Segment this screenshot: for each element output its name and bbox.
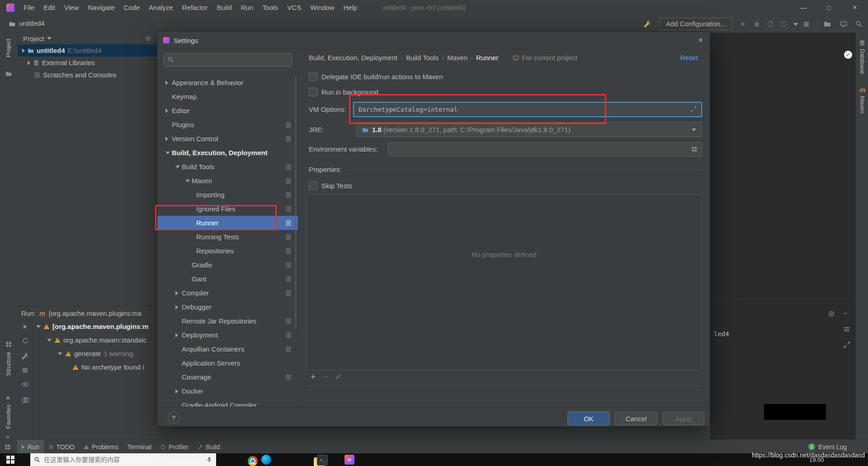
- run-console[interactable]: − led4: [710, 299, 855, 440]
- star-icon[interactable]: ★: [5, 395, 11, 401]
- tree-scrollbar[interactable]: [295, 76, 297, 329]
- settings-tree-item-deployment[interactable]: Deployment: [157, 328, 298, 342]
- settings-tree-item-gant[interactable]: Gant: [157, 272, 298, 286]
- menu-code[interactable]: Code: [119, 0, 144, 15]
- delegate-checkbox-row[interactable]: Delegate IDE build/run actions to Maven: [309, 72, 443, 81]
- jre-combobox[interactable]: 1.8 (version 1.8.0_271, path: C:/Program…: [356, 122, 702, 137]
- toolwindow-switcher-icon[interactable]: [5, 444, 11, 450]
- ok-button[interactable]: OK: [568, 412, 609, 425]
- settings-tree-item-running-tests[interactable]: Running Tests: [157, 230, 298, 244]
- search-everywhere-icon[interactable]: [855, 20, 863, 28]
- run-tree-row[interactable]: org.apache.maven:standalc: [47, 336, 146, 344]
- menu-view[interactable]: View: [60, 0, 83, 15]
- settings-tree-item-appearance[interactable]: Appearance & Behavior: [157, 76, 298, 90]
- chevron-down-icon[interactable]: [47, 37, 52, 40]
- settings-tree-item-version-control[interactable]: Version Control: [157, 132, 298, 146]
- statusbar-tab-profiler[interactable]: Profiler: [156, 440, 193, 454]
- edge-icon[interactable]: [261, 455, 271, 465]
- menu-navigate[interactable]: Navigate: [83, 0, 119, 15]
- toolwindow-tab-project[interactable]: Project: [5, 39, 12, 57]
- coverage-button-icon[interactable]: [767, 20, 774, 28]
- menu-window[interactable]: Window: [306, 0, 339, 15]
- browse-icon[interactable]: [691, 146, 698, 152]
- soft-wrap-icon[interactable]: [843, 326, 850, 333]
- settings-tree-item-repositories[interactable]: Repositories: [157, 244, 298, 258]
- run-config-dropdown-icon[interactable]: [793, 23, 798, 26]
- edit-icon[interactable]: [335, 374, 341, 380]
- settings-tree-item-gradle-android-compiler[interactable]: Gradle-Android Compiler: [157, 398, 298, 407]
- settings-tree-item-coverage[interactable]: Coverage: [157, 370, 298, 384]
- settings-tree-item-maven[interactable]: Maven: [157, 174, 298, 188]
- settings-dialog-header[interactable]: Settings ×: [157, 32, 710, 49]
- project-root-row[interactable]: untitled4 E:\untitled4: [18, 44, 157, 57]
- statusbar-tab-build[interactable]: Build: [193, 440, 224, 454]
- profiler-button-icon[interactable]: [780, 20, 788, 28]
- menu-file[interactable]: File: [19, 0, 39, 15]
- run-tree-row[interactable]: generate 1 warning: [58, 350, 133, 357]
- settings-tree-item-arquillian-containers[interactable]: Arquillian Containers: [157, 342, 298, 356]
- run-tree-row[interactable]: [org.apache.maven.plugins:m: [36, 323, 149, 330]
- chrome-icon[interactable]: [248, 456, 258, 466]
- breadcrumb-item[interactable]: Build Tools: [406, 54, 439, 62]
- start-button[interactable]: [6, 456, 14, 464]
- help-button[interactable]: ?: [168, 412, 179, 423]
- expand-field-icon[interactable]: [690, 106, 697, 112]
- taskbar-search[interactable]: [30, 453, 216, 466]
- settings-tree-item-importing[interactable]: Importing: [157, 188, 298, 202]
- toolwindow-tab-maven[interactable]: Maven: [859, 96, 866, 114]
- settings-tree-item-debugger[interactable]: Debugger: [157, 300, 298, 314]
- chevron-down-icon[interactable]: [36, 325, 41, 328]
- chevron-down-icon[interactable]: [58, 352, 62, 355]
- settings-tree-item-plugins[interactable]: Plugins: [157, 118, 298, 132]
- folder-icon[interactable]: [5, 71, 12, 77]
- eye-icon[interactable]: [22, 381, 29, 388]
- toolwindow-tab-favorites[interactable]: Favorites: [5, 404, 12, 428]
- inspections-ok-icon[interactable]: ✓: [844, 51, 852, 59]
- menu-analyze[interactable]: Analyze: [144, 0, 177, 15]
- statusbar-tab-problems[interactable]: Problems: [79, 440, 123, 454]
- gear-icon[interactable]: [145, 35, 151, 42]
- checkbox-unchecked[interactable]: [309, 72, 317, 81]
- debug-button-icon[interactable]: [753, 20, 760, 28]
- menu-help[interactable]: Help: [339, 0, 362, 15]
- statusbar-tab-terminal[interactable]: Terminal: [123, 440, 156, 454]
- settings-tree-item-keymap[interactable]: Keymap: [157, 90, 298, 104]
- reset-link[interactable]: Reset: [680, 54, 698, 62]
- run-button-icon[interactable]: [741, 22, 745, 26]
- settings-search-box[interactable]: [164, 53, 292, 67]
- checkbox-unchecked[interactable]: [309, 88, 317, 96]
- toolwindow-tab-database[interactable]: Database: [859, 49, 866, 74]
- menu-build[interactable]: Build: [212, 0, 236, 15]
- close-button[interactable]: ×: [844, 0, 866, 15]
- stop-button-icon[interactable]: [804, 22, 809, 27]
- chevron-down-icon[interactable]: [47, 339, 52, 342]
- remove-icon[interactable]: −: [323, 372, 328, 382]
- run-tree-row[interactable]: No archetype found i: [72, 363, 144, 371]
- microphone-icon[interactable]: [206, 456, 212, 463]
- wrench-icon[interactable]: [22, 352, 29, 360]
- rerun-failed-icon[interactable]: [22, 337, 29, 344]
- properties-table[interactable]: No properties defined: [306, 195, 702, 371]
- add-configuration-button[interactable]: Add Configuration...: [659, 18, 733, 30]
- rerun-button[interactable]: [24, 324, 27, 329]
- menu-edit[interactable]: Edit: [39, 0, 60, 15]
- skip-tests-checkbox-row[interactable]: Skip Tests: [309, 181, 352, 190]
- minimize-button[interactable]: —: [792, 0, 815, 15]
- navigation-bar-project[interactable]: untitled4: [19, 19, 45, 27]
- wrench-icon[interactable]: [644, 20, 651, 28]
- gear-icon[interactable]: [828, 310, 835, 318]
- settings-tree-item-editor[interactable]: Editor: [157, 104, 298, 118]
- settings-tree-item-build-tools[interactable]: Build Tools: [157, 160, 298, 174]
- chevron-right-icon[interactable]: [22, 48, 25, 53]
- run-configuration-name[interactable]: [org.apache.maven.plugins:ma: [49, 309, 142, 317]
- hide-icon[interactable]: −: [843, 309, 847, 318]
- add-icon[interactable]: +: [311, 372, 316, 382]
- checkbox-unchecked[interactable]: [309, 181, 317, 190]
- settings-tree-item-gradle[interactable]: Gradle: [157, 258, 298, 272]
- project-panel-header[interactable]: Project: [18, 33, 157, 44]
- settings-tree-item-compiler[interactable]: Compiler: [157, 286, 298, 300]
- settings-tree-item-docker[interactable]: Docker: [157, 384, 298, 398]
- combo-arrow-icon[interactable]: [692, 128, 696, 131]
- layout-icon[interactable]: [840, 20, 847, 28]
- settings-tree-item-build-execution-deployment[interactable]: Build, Execution, Deployment: [157, 146, 298, 160]
